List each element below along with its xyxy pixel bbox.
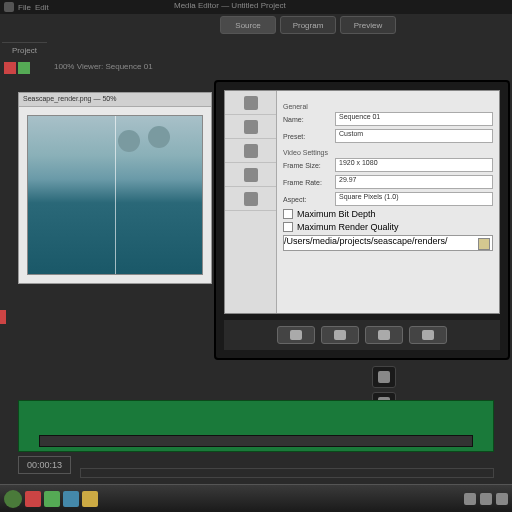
preset-label: Preset: [283, 133, 331, 140]
timeline-panel[interactable] [18, 400, 494, 452]
system-tray [464, 493, 508, 505]
film-icon [244, 120, 258, 134]
image-viewer-window: Seascape_render.png — 50% [18, 92, 212, 284]
image-viewer-title: Seascape_render.png — 50% [19, 93, 211, 107]
max-depth-checkbox[interactable] [283, 209, 293, 219]
menu-file[interactable]: File [18, 3, 31, 12]
nav-item-metadata[interactable] [225, 163, 276, 187]
dialog-body: General Name: Sequence 01 Preset: Custom… [224, 90, 500, 314]
max-depth-label: Maximum Bit Depth [297, 209, 376, 219]
cancel-button[interactable] [321, 326, 359, 344]
timecode-display[interactable]: 00:00:13 [18, 456, 71, 474]
rate-label: Frame Rate: [283, 179, 331, 186]
view-switcher: Source Program Preview [220, 16, 396, 34]
size-label: Frame Size: [283, 162, 331, 169]
dialog-footer [224, 320, 500, 350]
nav-item-capture[interactable] [225, 187, 276, 211]
guide-line [115, 116, 116, 274]
section-video: Video Settings [283, 149, 493, 156]
swatch-red[interactable] [4, 62, 16, 74]
help-button[interactable] [409, 326, 447, 344]
marker-indicator [0, 310, 6, 324]
max-quality-checkbox[interactable] [283, 222, 293, 232]
name-label: Name: [283, 116, 331, 123]
view-program-button[interactable]: Program [280, 16, 336, 34]
view-source-button[interactable]: Source [220, 16, 276, 34]
tab-project[interactable]: Project [2, 42, 47, 58]
shape-circle-2 [148, 126, 170, 148]
nav-item-general[interactable] [225, 91, 276, 115]
app-title: Media Editor — Untitled Project [174, 1, 286, 10]
taskbar-app-1[interactable] [25, 491, 41, 507]
panel-tabs: Project [2, 42, 47, 58]
zoom-icon [378, 371, 390, 383]
help-icon [422, 330, 434, 340]
aspect-select[interactable]: Square Pixels (1.0) [335, 192, 493, 206]
taskbar [0, 484, 512, 512]
settings-dialog: General Name: Sequence 01 Preset: Custom… [214, 80, 510, 360]
taskbar-app-3[interactable] [63, 491, 79, 507]
taskbar-app-4[interactable] [82, 491, 98, 507]
section-general: General [283, 103, 493, 110]
network-icon[interactable] [464, 493, 476, 505]
status-strip [80, 468, 494, 478]
start-button[interactable] [4, 490, 22, 508]
max-quality-label: Maximum Render Quality [297, 222, 399, 232]
color-swatches [4, 62, 30, 74]
app-icon [4, 2, 14, 12]
camera-icon [244, 192, 258, 206]
speaker-icon [244, 144, 258, 158]
shape-circle-1 [118, 130, 140, 152]
tool-zoom-button[interactable] [372, 366, 396, 388]
page-icon [244, 96, 258, 110]
settings-form: General Name: Sequence 01 Preset: Custom… [277, 91, 499, 313]
size-input[interactable]: 1920 x 1080 [335, 158, 493, 172]
tag-icon [244, 168, 258, 182]
image-preview[interactable] [27, 115, 203, 275]
close-icon [334, 330, 346, 340]
ok-button[interactable] [277, 326, 315, 344]
timeline-track[interactable] [39, 435, 473, 447]
volume-icon[interactable] [480, 493, 492, 505]
view-preview-button[interactable]: Preview [340, 16, 396, 34]
aspect-label: Aspect: [283, 196, 331, 203]
taskbar-app-2[interactable] [44, 491, 60, 507]
menu-edit[interactable]: Edit [35, 3, 49, 12]
nav-item-audio[interactable] [225, 139, 276, 163]
name-input[interactable]: Sequence 01 [335, 112, 493, 126]
rate-input[interactable]: 29.97 [335, 175, 493, 189]
check-icon [290, 330, 302, 340]
apply-icon [378, 330, 390, 340]
settings-nav [225, 91, 277, 313]
apply-button[interactable] [365, 326, 403, 344]
preset-select[interactable]: Custom [335, 129, 493, 143]
output-path-input[interactable]: /Users/media/projects/seascape/renders/ [283, 235, 493, 251]
swatch-green[interactable] [18, 62, 30, 74]
clock-icon[interactable] [496, 493, 508, 505]
viewer-info: 100% Viewer: Sequence 01 [54, 62, 153, 71]
nav-item-video[interactable] [225, 115, 276, 139]
